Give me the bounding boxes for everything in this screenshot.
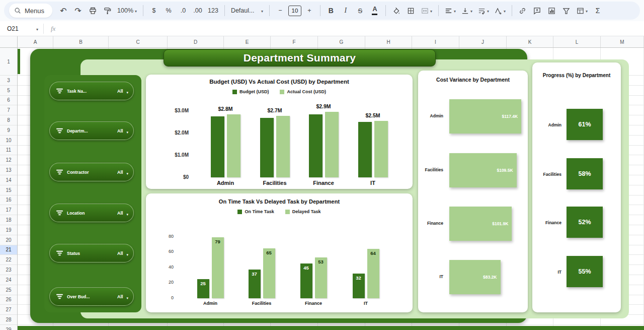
filter-button-departm[interactable]: Departm...All	[49, 121, 134, 140]
category-label: Finance	[532, 220, 561, 225]
column-header-D[interactable]: D	[168, 36, 224, 47]
column-header-A[interactable]: A	[18, 36, 53, 47]
row-header-17[interactable]: 17	[0, 205, 17, 215]
grid-area[interactable]: Department Summary Task Na...AllDepartm.…	[18, 48, 644, 330]
fx-icon: fx	[51, 25, 55, 33]
row-header-3[interactable]: 3	[0, 76, 17, 86]
row-header-13[interactable]: 13	[0, 165, 17, 175]
progress-chart-card[interactable]: Progress (%) by DepartmentAdmin61%Facili…	[532, 62, 621, 312]
row-header-16[interactable]: 16	[0, 195, 17, 206]
row-header-9[interactable]: 9	[0, 125, 17, 136]
dashboard-left-accent	[18, 49, 20, 74]
filter-button-over-bud[interactable]: Over Bud...All	[49, 287, 134, 306]
row-header-8[interactable]: 8	[0, 115, 17, 125]
row-header-21[interactable]: 21	[0, 245, 17, 255]
insert-chart-button[interactable]	[545, 4, 558, 17]
series2-bar	[374, 121, 388, 177]
category-label: Finance	[300, 180, 347, 186]
select-all-corner[interactable]	[0, 36, 18, 48]
increase-font-size-button[interactable]: +	[303, 4, 316, 17]
percent-format-button[interactable]: %	[162, 4, 175, 17]
row-header-6[interactable]: 6	[0, 96, 17, 106]
italic-button[interactable]: I	[339, 4, 352, 17]
filter-button-location[interactable]: LocationAll	[49, 204, 134, 222]
filter-button-contractor[interactable]: ContractorAll	[49, 163, 134, 181]
borders-button[interactable]	[405, 4, 418, 17]
fill-color-button[interactable]	[390, 4, 403, 17]
column-header-F[interactable]: F	[271, 36, 318, 47]
text-color-button[interactable]: A	[368, 4, 381, 17]
decrease-font-size-button[interactable]: −	[274, 4, 287, 17]
zoom-selector[interactable]: 100%	[115, 4, 139, 17]
functions-button[interactable]: Σ	[591, 4, 604, 17]
row-header-7[interactable]: 7	[0, 105, 17, 115]
row-header-25[interactable]: 25	[0, 285, 17, 295]
bold-button[interactable]: B	[325, 4, 338, 17]
column-header-M[interactable]: M	[601, 36, 644, 47]
formula-input[interactable]	[62, 21, 644, 36]
row-header-28[interactable]: 28	[0, 315, 17, 325]
increase-decimal-button[interactable]: .00	[191, 4, 204, 17]
text-rotation-button[interactable]	[493, 4, 508, 17]
table-views-button[interactable]	[575, 4, 590, 17]
horizontal-align-button[interactable]	[443, 4, 458, 17]
zoom-value: 100%	[117, 7, 133, 14]
bar-value-label: 65	[263, 250, 275, 255]
column-header-E[interactable]: E	[224, 36, 271, 47]
bar-value-label: $101.9K	[492, 221, 508, 226]
row-header-10[interactable]: 10	[0, 136, 17, 146]
divider	[512, 5, 512, 16]
column-header-K[interactable]: K	[507, 36, 553, 47]
row-header-20[interactable]: 20	[0, 235, 17, 245]
menus-search-button[interactable]: Menus	[9, 4, 52, 18]
strikethrough-button[interactable]: S	[354, 4, 367, 17]
vertical-align-button[interactable]	[459, 4, 474, 17]
print-button[interactable]	[86, 4, 99, 17]
row-header-14[interactable]: 14	[0, 175, 17, 185]
undo-button[interactable]: ↶	[57, 4, 70, 17]
create-filter-button[interactable]	[560, 4, 573, 17]
row-header-26[interactable]: 26	[0, 295, 17, 305]
filter-button-status[interactable]: StatusAll	[49, 244, 134, 262]
more-formats-button[interactable]: 123	[206, 4, 220, 17]
column-header-J[interactable]: J	[459, 36, 507, 47]
row-header-11[interactable]: 11	[0, 146, 17, 156]
insert-comment-button[interactable]	[531, 4, 544, 17]
divider	[320, 5, 320, 16]
insert-link-button[interactable]	[516, 4, 529, 17]
merge-cells-button[interactable]	[419, 4, 434, 17]
row-header-23[interactable]: 23	[0, 265, 17, 275]
legend-item: Actual Cost (USD)	[280, 89, 326, 94]
column-header-B[interactable]: B	[53, 36, 109, 47]
cost-variance-chart-card[interactable]: Cost Variance by DepartmentAdmin$117.4KF…	[418, 71, 528, 312]
font-size-input[interactable]: 10	[288, 6, 301, 16]
budget-vs-actual-chart-card[interactable]: Budget (USD) Vs Actual Cost (USD) by Dep…	[146, 75, 413, 189]
currency-format-button[interactable]: $	[147, 4, 160, 17]
series2-bar	[325, 112, 339, 177]
redo-button[interactable]: ↷	[71, 4, 85, 17]
row-header-18[interactable]: 18	[0, 215, 17, 225]
column-header-G[interactable]: G	[318, 36, 365, 47]
row-header-19[interactable]: 19	[0, 225, 17, 235]
row-header-29[interactable]: 29	[0, 325, 17, 330]
row-header-24[interactable]: 24	[0, 275, 17, 285]
formula-bar: O21 fx	[0, 21, 644, 36]
text-wrap-button[interactable]	[476, 4, 491, 17]
column-header-H[interactable]: H	[365, 36, 412, 47]
row-header-27[interactable]: 27	[0, 305, 17, 315]
filter-button-task-na[interactable]: Task Na...All	[49, 82, 134, 100]
row-header-1[interactable]: 1	[0, 48, 17, 76]
column-header-L[interactable]: L	[553, 36, 601, 47]
cell-reference-box[interactable]: O21	[0, 21, 43, 36]
decrease-decimal-button[interactable]: .0	[177, 4, 190, 17]
row-header-15[interactable]: 15	[0, 185, 17, 195]
column-header-I[interactable]: I	[412, 36, 459, 47]
category-label: Facilities	[238, 301, 285, 306]
font-family-selector[interactable]: Defaul...	[229, 4, 265, 17]
ontime-vs-delayed-chart-card[interactable]: On Time Task Vs Delayed Task by Departme…	[146, 193, 413, 312]
paint-format-button[interactable]	[101, 4, 114, 17]
row-header-5[interactable]: 5	[0, 86, 17, 96]
column-header-C[interactable]: C	[109, 36, 168, 47]
row-header-12[interactable]: 12	[0, 155, 17, 165]
row-header-22[interactable]: 22	[0, 255, 17, 265]
